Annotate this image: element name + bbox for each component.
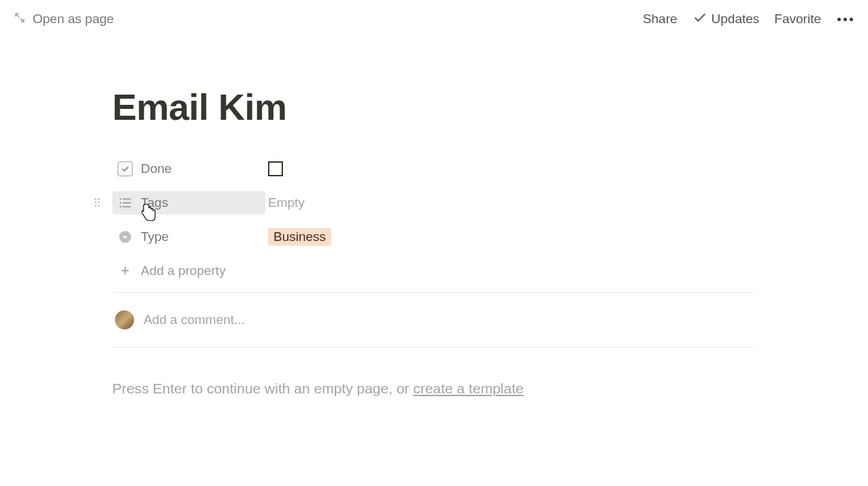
property-row-type: Type Business <box>112 220 755 254</box>
open-as-page-label: Open as page <box>33 12 114 27</box>
svg-point-4 <box>120 206 122 208</box>
checkbox-property-icon <box>118 161 133 176</box>
open-as-page-button[interactable]: Open as page <box>14 12 114 27</box>
page-title[interactable]: Email Kim <box>112 86 755 128</box>
updates-button[interactable]: Updates <box>692 10 760 29</box>
empty-page-prompt: Press Enter to continue with an empty pa… <box>112 380 755 397</box>
dot-icon <box>837 18 841 21</box>
svg-point-0 <box>120 198 122 200</box>
empty-prompt-text: Press Enter to continue with an empty pa… <box>112 380 413 396</box>
svg-point-2 <box>120 202 122 204</box>
property-row-done: Done <box>112 152 755 186</box>
property-value-tags[interactable]: Empty <box>265 195 755 210</box>
share-label: Share <box>643 12 678 27</box>
property-name-type: Type <box>141 229 169 244</box>
dot-icon <box>850 18 853 21</box>
property-label-tags[interactable]: Tags <box>112 191 265 214</box>
avatar <box>115 310 134 329</box>
property-value-type[interactable]: Business <box>265 228 755 246</box>
type-badge: Business <box>268 228 331 246</box>
topbar: Open as page Share Updates Favorite <box>0 0 868 38</box>
share-button[interactable]: Share <box>643 12 678 27</box>
svg-rect-1 <box>122 199 131 200</box>
create-template-link[interactable]: create a template <box>413 380 523 396</box>
add-comment-row[interactable]: Add a comment... <box>112 299 755 340</box>
check-icon <box>692 10 707 29</box>
topbar-actions: Share Updates Favorite <box>643 10 854 29</box>
property-name-done: Done <box>141 161 171 176</box>
property-label-done[interactable]: Done <box>112 157 265 180</box>
favorite-label: Favorite <box>774 12 821 27</box>
favorite-button[interactable]: Favorite <box>774 12 821 27</box>
property-name-tags: Tags <box>141 195 168 210</box>
properties-list: Done ⠿ Tags Empty Type <box>112 152 755 285</box>
property-label-type[interactable]: Type <box>112 225 265 248</box>
dot-icon <box>844 18 847 21</box>
list-property-icon <box>118 195 133 210</box>
add-property-button[interactable]: + Add a property <box>112 257 755 285</box>
updates-label: Updates <box>712 12 760 27</box>
svg-rect-5 <box>122 206 131 208</box>
add-property-label: Add a property <box>141 263 226 278</box>
page-content: Email Kim Done ⠿ <box>0 38 755 397</box>
expand-icon <box>14 12 26 27</box>
svg-rect-3 <box>122 202 131 204</box>
divider <box>112 347 755 348</box>
select-property-icon <box>118 229 133 244</box>
comment-placeholder: Add a comment... <box>144 312 245 327</box>
drag-handle-icon[interactable]: ⠿ <box>93 197 101 210</box>
plus-icon: + <box>118 263 133 278</box>
property-row-tags: ⠿ Tags Empty <box>112 186 755 220</box>
more-menu-button[interactable] <box>836 18 854 21</box>
divider <box>112 292 755 293</box>
done-checkbox[interactable] <box>268 161 283 176</box>
property-value-done[interactable] <box>265 161 755 176</box>
